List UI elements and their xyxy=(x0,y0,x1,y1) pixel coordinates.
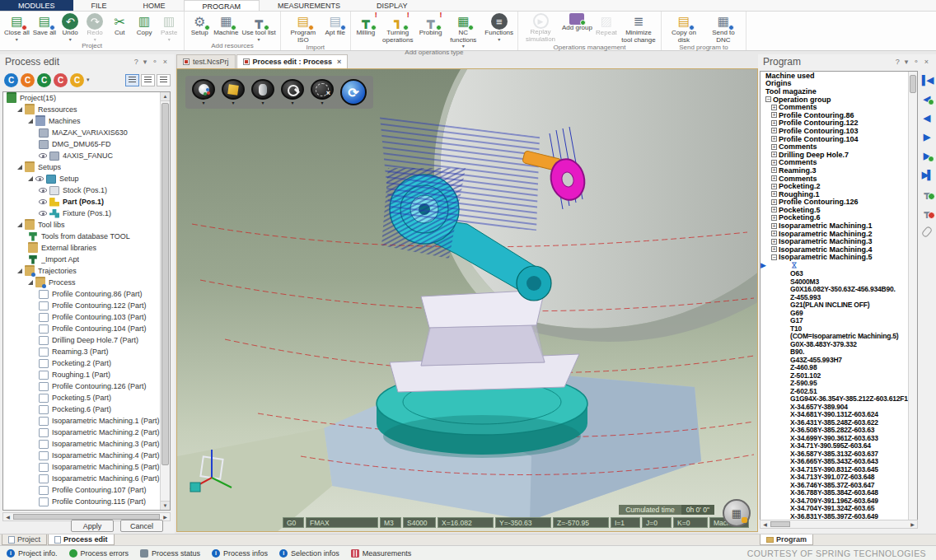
visibility-eye-icon[interactable] xyxy=(39,211,47,216)
tree-row[interactable]: Machines xyxy=(3,115,170,127)
viewport-tool-button[interactable]: ▾ xyxy=(311,79,334,105)
status-bar-item[interactable]: Project info. xyxy=(7,549,58,558)
program-tree-row[interactable]: + Profile Contouring.104 xyxy=(760,135,917,143)
tree-row[interactable]: _Import Apt xyxy=(3,254,170,265)
tree-row[interactable]: Part (Pos.1) xyxy=(3,196,170,208)
expand-box-icon[interactable]: + xyxy=(771,112,777,118)
playback-button[interactable] xyxy=(920,150,934,161)
program-tree-row[interactable]: Origins xyxy=(760,80,917,88)
ribbon-button[interactable]: ! Close all ▾ xyxy=(2,12,31,42)
expand-box-icon[interactable]: + xyxy=(771,144,777,150)
tree-row[interactable]: Drilling Deep Hole.7 (Part) xyxy=(3,334,170,346)
tree-row[interactable]: Reaming.3 (Part) xyxy=(3,346,170,357)
tree-row[interactable]: Setup xyxy=(3,173,170,184)
gcode-line[interactable]: B90. xyxy=(760,348,917,356)
program-tree-row[interactable]: + Pocketing.2 xyxy=(760,182,917,190)
gcode-line[interactable]: X-34.715Y-390.831Z-603.645 xyxy=(760,465,917,474)
program-tree-row[interactable]: + Isoparametric Machining.2 xyxy=(760,230,917,238)
status-bar-item[interactable]: Process errors xyxy=(69,549,129,558)
ribbon-button[interactable]: ! Add group ▾ xyxy=(560,12,594,44)
scroll-left-arrow[interactable]: ◀ xyxy=(3,514,12,520)
scroll-thumb[interactable] xyxy=(13,514,160,520)
program-listing[interactable]: Machine used Origins Tool magazine − Ope… xyxy=(760,71,918,527)
program-bottom-tab[interactable]: Program xyxy=(760,534,813,545)
tree-row[interactable]: Roughing.1 (Part) xyxy=(3,369,170,380)
viewport-3d[interactable]: ▾ ▾ ▾ ▾ ▾ ▾ Cumulated ti xyxy=(176,68,758,532)
cancel-button[interactable]: Cancel xyxy=(120,520,163,532)
gcode-line[interactable]: X-36.665Y-385.343Z-603.643 xyxy=(760,457,917,465)
tree-row[interactable]: Isoparametric Machining.2 (Part) xyxy=(3,427,170,438)
gcode-line[interactable]: (COM=Isoparametric Machining.5) xyxy=(760,332,917,340)
gcode-line[interactable]: Z-590.95 xyxy=(760,379,917,387)
document-tab[interactable]: Process edit : Process × xyxy=(236,54,349,68)
list-view-button[interactable] xyxy=(125,74,139,86)
expander-icon[interactable] xyxy=(28,176,33,181)
program-tree-row[interactable]: + Roughing.1 xyxy=(760,190,917,198)
list-view-button[interactable] xyxy=(141,74,155,86)
program-tree-row[interactable]: + Profile Contouring.126 xyxy=(760,198,917,207)
list-view-button[interactable] xyxy=(157,74,171,86)
program-tree-row[interactable]: + Pocketing.5 xyxy=(760,206,917,214)
expander-icon[interactable] xyxy=(17,107,22,112)
program-tree-row[interactable]: + Isoparametric Machining.4 xyxy=(760,245,917,254)
program-tree-row[interactable]: + Isoparametric Machining.3 xyxy=(760,237,917,245)
bottom-tab[interactable]: Process edit xyxy=(48,534,115,545)
expand-box-icon[interactable]: + xyxy=(771,184,777,189)
gcode-line[interactable]: X-36.788Y-385.384Z-603.648 xyxy=(760,488,917,497)
playback-button[interactable] xyxy=(920,131,934,142)
expand-box-icon[interactable]: + xyxy=(771,215,777,221)
tree-row[interactable]: Pocketing.6 (Part) xyxy=(3,404,170,415)
playback-button[interactable] xyxy=(920,226,934,237)
panel-control-icon[interactable]: ? xyxy=(132,58,141,66)
ribbon-tab[interactable]: MEASUREMENTS xyxy=(260,0,358,11)
close-tab-icon[interactable]: × xyxy=(337,58,341,66)
program-tree-row[interactable]: + Profile Contouring.86 xyxy=(760,111,917,119)
expand-box-icon[interactable]: − xyxy=(765,96,771,102)
visibility-eye-icon[interactable] xyxy=(35,176,44,181)
tree-row[interactable]: Setups xyxy=(3,161,170,173)
expander-icon[interactable] xyxy=(28,280,33,285)
program-tree-row[interactable]: Machine used xyxy=(760,72,917,80)
program-tree-row[interactable]: + Reaming.3 xyxy=(760,166,917,175)
tree-row[interactable]: Isoparametric Machining.1 (Part) xyxy=(3,415,170,427)
expand-box-icon[interactable]: + xyxy=(771,239,777,245)
process-tool-icon[interactable]: C xyxy=(21,73,35,87)
gcode-line[interactable]: Z-501.102 xyxy=(760,371,917,380)
gcode-line[interactable]: T10 xyxy=(760,324,917,333)
tree-row[interactable]: Process xyxy=(3,277,170,288)
tree-row[interactable]: Pocketing.5 (Part) xyxy=(3,392,170,404)
gcode-line[interactable]: X-34.681Y-390.131Z-603.624 xyxy=(760,410,917,418)
gcode-line[interactable]: Z-455.993 xyxy=(760,293,917,301)
tree-row[interactable]: Isoparametric Machining.4 (Part) xyxy=(3,450,170,461)
ribbon-button[interactable]: ! Minimize tool change ▾ xyxy=(619,12,658,44)
ribbon-button[interactable]: ! Turning operations ▾ xyxy=(378,12,418,49)
ribbon-button[interactable]: ! Setup ▾ xyxy=(187,12,212,42)
ribbon-button[interactable]: ! Milling ▾ xyxy=(353,12,378,49)
gcode-line[interactable]: Z-602.51 xyxy=(760,387,917,395)
horizontal-scrollbar[interactable]: ◀ ▶ xyxy=(760,520,918,529)
playback-button[interactable] xyxy=(920,169,934,180)
gcode-line[interactable]: X-34.709Y-391.196Z-603.649 xyxy=(760,497,917,505)
panel-control-icon[interactable]: × xyxy=(922,58,931,66)
tree-row[interactable]: Stock (Pos.1) xyxy=(3,184,170,196)
expander-icon[interactable] xyxy=(17,268,22,273)
visibility-eye-icon[interactable] xyxy=(39,199,47,204)
expand-box-icon[interactable]: + xyxy=(771,246,777,252)
program-tree-row[interactable]: + Comments xyxy=(760,103,917,111)
expand-box-icon[interactable]: + xyxy=(771,167,777,173)
program-tree-row[interactable]: + Profile Contouring.103 xyxy=(760,127,917,135)
tree-row[interactable]: Profile Contouring.107 (Part) xyxy=(3,484,170,496)
ribbon-tab[interactable]: HOME xyxy=(125,0,184,11)
ribbon-tab[interactable]: FILE xyxy=(73,0,125,11)
bottom-tab[interactable]: Project xyxy=(2,534,47,545)
apply-button[interactable]: Apply xyxy=(71,520,114,532)
expand-box-icon[interactable]: + xyxy=(771,191,777,197)
tree-row[interactable]: Tools from database TOOL xyxy=(3,231,170,242)
gcode-line[interactable]: X-34.699Y-390.361Z-603.633 xyxy=(760,434,917,442)
expand-box-icon[interactable]: + xyxy=(771,152,777,157)
gcode-line[interactable]: Z-460.98 xyxy=(760,363,917,371)
vertical-scrollbar[interactable] xyxy=(908,72,917,526)
tree-row[interactable]: Profile Contouring.122 (Part) xyxy=(3,300,170,311)
panel-control-icon[interactable]: × xyxy=(161,58,170,66)
gcode-line[interactable]: G21(PLAN INCLINE OFF) xyxy=(760,301,917,309)
